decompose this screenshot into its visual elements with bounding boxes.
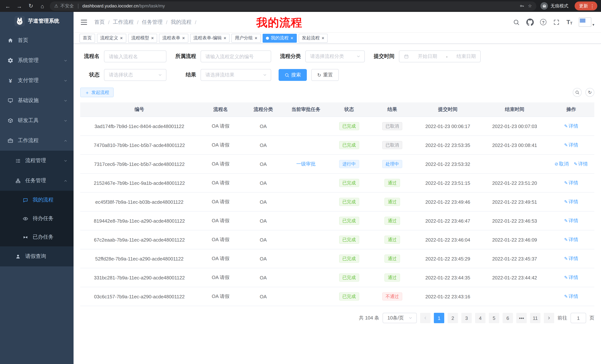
filter-row-2: 状态 请选择状态 结果 请选择流结果 搜索 bbox=[80, 69, 594, 81]
password-key-icon[interactable] bbox=[518, 2, 526, 10]
detail-link[interactable]: ✎详情 bbox=[564, 237, 578, 242]
tab[interactable]: 发起流程 × bbox=[299, 34, 328, 42]
back-icon[interactable]: ← bbox=[4, 2, 12, 10]
sidebar-item-process-management[interactable]: 流程管理 bbox=[0, 151, 74, 171]
page-button[interactable]: 2 bbox=[448, 313, 458, 323]
sidebar-item-my-process[interactable]: 我的流程 bbox=[0, 191, 74, 209]
breadcrumb-separator: / bbox=[166, 19, 168, 25]
refresh-table-icon[interactable]: ↻ bbox=[585, 88, 594, 97]
search-toggle-icon[interactable] bbox=[573, 88, 582, 97]
page-button[interactable]: 1 bbox=[434, 313, 444, 323]
status-select[interactable]: 请选择状态 bbox=[104, 69, 166, 81]
browser-menu-icon[interactable]: ⋮ bbox=[590, 3, 595, 9]
col-result: 结果 bbox=[370, 102, 414, 117]
detail-link[interactable]: ✎详情 bbox=[564, 256, 578, 261]
detail-link[interactable]: ✎详情 bbox=[564, 123, 578, 129]
help-icon[interactable]: ? bbox=[540, 19, 546, 25]
search-button[interactable]: 搜索 bbox=[279, 69, 307, 81]
detail-link[interactable]: ✎详情 bbox=[564, 180, 578, 185]
current-task-link[interactable]: 一级审批 bbox=[296, 161, 316, 167]
user-menu[interactable]: ▾ bbox=[579, 18, 594, 27]
sidebar-item-task-management[interactable]: 任务管理 bbox=[0, 171, 74, 191]
process-def-input[interactable] bbox=[200, 50, 271, 62]
tab-close-icon[interactable]: × bbox=[290, 36, 293, 40]
category-select[interactable]: 请选择流程分类 bbox=[305, 50, 365, 62]
tab[interactable]: 流程表单 × bbox=[159, 34, 188, 42]
page-size-select[interactable]: 10条/页 bbox=[383, 313, 417, 323]
sidebar-item-home[interactable]: 首页 bbox=[0, 30, 74, 50]
page-button[interactable]: 5 bbox=[489, 313, 499, 323]
tab[interactable]: 流程模型 × bbox=[128, 34, 157, 42]
home-icon[interactable]: ⌂ bbox=[38, 2, 46, 10]
sidebar-item-todo-tasks[interactable]: 待办任务 bbox=[0, 209, 74, 228]
next-page-button[interactable] bbox=[544, 313, 554, 323]
reload-icon[interactable]: ↻ bbox=[27, 2, 35, 10]
prev-page-button[interactable] bbox=[420, 313, 431, 323]
cancel-link[interactable]: ⊘取消 bbox=[555, 161, 569, 167]
result-select[interactable]: 请选择流结果 bbox=[200, 69, 271, 81]
tab-close-icon[interactable]: × bbox=[224, 36, 226, 40]
tab[interactable]: 流程表单-编辑 × bbox=[190, 34, 230, 42]
update-button[interactable]: 更新 ⋮ bbox=[575, 1, 597, 10]
page-button[interactable]: 6 bbox=[502, 313, 513, 323]
forward-icon[interactable]: → bbox=[15, 2, 23, 10]
sidebar-item-leave-query[interactable]: 请假查询 bbox=[0, 246, 74, 266]
detail-link[interactable]: ✎详情 bbox=[564, 294, 578, 299]
sidebar-logo[interactable]: 芋道管理系统 bbox=[0, 12, 74, 30]
cell-category: OA bbox=[243, 117, 284, 136]
sidebar-item-payment[interactable]: ¥ 支付管理 bbox=[0, 70, 74, 91]
breadcrumb-item[interactable]: 任务管理 / bbox=[142, 19, 168, 25]
tab[interactable]: 用户分组 × bbox=[232, 34, 261, 42]
fullscreen-icon[interactable] bbox=[553, 18, 560, 26]
process-table: 编号 流程名 流程分类 当前审批任务 状态 结果 提交时间 结束时间 操作 bbox=[80, 102, 594, 306]
breadcrumb-item[interactable]: 首页 / bbox=[94, 19, 110, 25]
page-button[interactable]: ••• bbox=[516, 313, 527, 323]
breadcrumb-item[interactable]: 我的流程 / bbox=[171, 19, 196, 25]
detail-link[interactable]: ✎详情 bbox=[564, 199, 578, 204]
tab-close-icon[interactable]: × bbox=[255, 36, 257, 40]
tab[interactable]: 流程定义 × bbox=[97, 34, 126, 42]
breadcrumb-item[interactable]: 工作流程 / bbox=[113, 19, 139, 25]
process-name-input[interactable] bbox=[104, 50, 166, 62]
detail-link[interactable]: ✎详情 bbox=[564, 275, 578, 280]
col-submit-time: 提交时间 bbox=[414, 102, 481, 117]
hamburger-icon[interactable] bbox=[80, 18, 88, 26]
sidebar-item-devtools[interactable]: 研发工具 bbox=[0, 111, 74, 131]
breadcrumb-separator: / bbox=[108, 19, 110, 25]
tab-close-icon[interactable]: × bbox=[120, 36, 123, 40]
pagination: 共 104 条 10条/页 123456•••11 前往 页 bbox=[80, 313, 594, 323]
cell-result: 已取消 bbox=[370, 136, 414, 154]
tab[interactable]: 首页 × bbox=[80, 34, 95, 42]
address-bar[interactable]: ⚠ 不安全 dashboard.yudao.iocoder.cn/bpm/tas… bbox=[50, 1, 536, 10]
goto-page-input[interactable] bbox=[571, 313, 586, 323]
github-icon[interactable] bbox=[526, 18, 534, 26]
search-icon[interactable] bbox=[513, 18, 520, 26]
cell-status: 已完成 bbox=[328, 287, 370, 306]
task-management-submenu: 我的流程 待办任务 已办任务 bbox=[0, 191, 74, 246]
logo-image bbox=[14, 16, 25, 26]
tab-close-icon[interactable]: × bbox=[321, 36, 324, 40]
sidebar-item-workflow[interactable]: 工作流程 bbox=[0, 131, 74, 151]
detail-link[interactable]: ✎详情 bbox=[564, 142, 578, 148]
font-size-icon[interactable]: TT bbox=[566, 19, 572, 25]
chat-icon bbox=[22, 197, 28, 203]
browser-chrome: ← → ↻ ⌂ ⚠ 不安全 dashboard.yudao.iocoder.cn… bbox=[0, 0, 601, 12]
tab-close-icon[interactable]: × bbox=[151, 36, 154, 40]
page-button[interactable]: 11 bbox=[530, 313, 541, 323]
bookmark-star-icon[interactable]: ☆ bbox=[528, 3, 532, 9]
cell-category: OA bbox=[243, 287, 284, 306]
tab-close-icon[interactable]: × bbox=[182, 36, 185, 40]
page-button[interactable]: 3 bbox=[461, 313, 472, 323]
sidebar-item-infrastructure[interactable]: 基础设施 bbox=[0, 91, 74, 111]
date-range-picker[interactable]: 开始日期 - 结束日期 bbox=[399, 50, 481, 62]
create-process-button[interactable]: ＋ 发起流程 bbox=[80, 87, 114, 97]
page-button[interactable]: 4 bbox=[475, 313, 485, 323]
yen-icon: ¥ bbox=[7, 77, 13, 84]
sidebar-item-system[interactable]: 系统管理 bbox=[0, 50, 74, 70]
reset-button[interactable]: ↻ 重置 bbox=[311, 69, 339, 81]
tab[interactable]: 我的流程 × bbox=[263, 34, 297, 42]
detail-link[interactable]: ✎详情 bbox=[574, 161, 588, 167]
detail-link[interactable]: ✎详情 bbox=[564, 218, 578, 223]
sidebar-item-done-tasks[interactable]: 已办任务 bbox=[0, 228, 74, 246]
chevron-down-icon bbox=[63, 78, 68, 83]
